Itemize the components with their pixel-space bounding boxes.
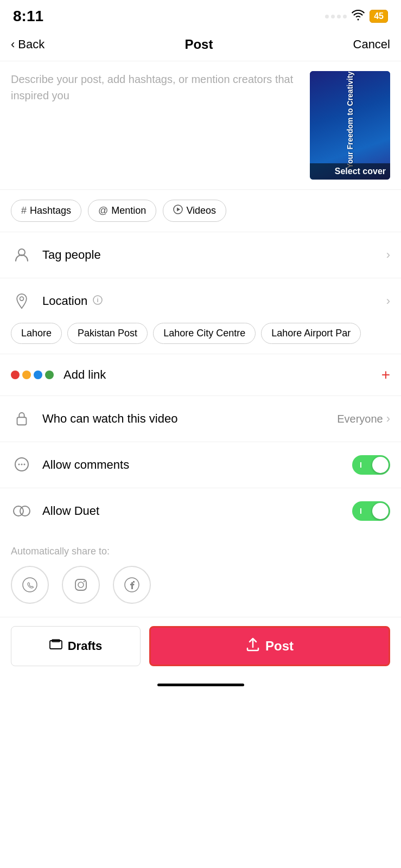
toggle-thumb-duet (372, 503, 389, 519)
svg-point-8 (18, 464, 20, 465)
page-title: Post (184, 37, 213, 52)
location-pin-icon (11, 290, 33, 312)
allow-duet-toggle[interactable]: I (352, 501, 390, 521)
hashtag-icon: # (21, 205, 27, 216)
status-icons: 45 (325, 10, 388, 23)
home-bar (157, 684, 244, 686)
status-time: 8:11 (13, 8, 43, 25)
location-row[interactable]: Location i › (0, 278, 401, 316)
svg-rect-14 (75, 579, 86, 590)
header: ‹ Back Post Cancel (0, 30, 401, 61)
chevron-right-icon: › (386, 248, 390, 262)
home-indicator (0, 677, 401, 691)
chevron-right-icon-location: › (386, 294, 390, 308)
post-label: Post (265, 639, 294, 654)
drafts-icon (49, 639, 62, 653)
tag-people-label: Tag people (42, 248, 386, 262)
svg-rect-6 (17, 417, 27, 425)
tag-buttons-row: # Hashtags @ Mention Videos (0, 190, 401, 232)
location-label: Location i (42, 294, 386, 308)
svg-point-9 (21, 464, 23, 465)
description-placeholder[interactable]: Describe your post, add hashtags, or men… (11, 71, 310, 180)
allow-duet-label: Allow Duet (42, 504, 352, 518)
svg-point-12 (20, 506, 30, 516)
status-bar: 8:11 45 (0, 0, 401, 30)
svg-point-15 (78, 582, 84, 588)
share-icons-row (11, 566, 390, 604)
who-can-watch-row[interactable]: Who can watch this video Everyone › (0, 396, 401, 442)
back-button[interactable]: ‹ Back (11, 37, 44, 52)
mention-icon: @ (98, 205, 108, 216)
post-upload-icon (246, 637, 260, 655)
drafts-button[interactable]: Drafts (11, 626, 141, 666)
mention-button[interactable]: @ Mention (88, 200, 156, 222)
dot-green (45, 371, 54, 379)
location-chip-pakistan-post[interactable]: Pakistan Post (67, 323, 148, 344)
location-chips-row: Lahore Pakistan Post Lahore City Centre … (0, 316, 401, 354)
dot-red (11, 371, 20, 379)
who-can-watch-label: Who can watch this video (42, 412, 337, 426)
person-icon (11, 244, 33, 266)
location-chip-lahore-city-centre[interactable]: Lahore City Centre (153, 323, 256, 344)
dot-blue (34, 371, 42, 379)
svg-text:i: i (97, 297, 99, 303)
dot-yellow (22, 371, 31, 379)
cancel-button[interactable]: Cancel (353, 37, 390, 52)
facebook-share-button[interactable] (113, 566, 151, 604)
videos-button[interactable]: Videos (163, 200, 226, 222)
location-chip-lahore[interactable]: Lahore (11, 323, 62, 344)
hashtags-label: Hashtags (30, 205, 71, 216)
allow-comments-label: Allow comments (42, 458, 352, 472)
add-link-label: Add link (63, 368, 381, 382)
mention-label: Mention (111, 205, 146, 216)
info-icon: i (93, 295, 103, 308)
svg-point-10 (24, 464, 26, 465)
back-label: Back (18, 37, 44, 52)
location-chip-lahore-airport[interactable]: Lahore Airport Par (261, 323, 361, 344)
videos-label: Videos (186, 205, 216, 216)
share-section: Automatically share to: (0, 534, 401, 611)
lock-icon (11, 408, 33, 430)
who-can-watch-value: Everyone (337, 413, 383, 425)
plus-icon: + (381, 366, 390, 384)
svg-point-13 (23, 578, 37, 592)
hashtags-button[interactable]: # Hashtags (11, 200, 81, 222)
svg-point-16 (84, 581, 85, 582)
allow-comments-row: Allow comments I (0, 442, 401, 488)
comment-icon (11, 454, 33, 476)
description-area: Describe your post, add hashtags, or men… (0, 61, 401, 190)
wifi-icon (351, 10, 365, 23)
allow-comments-toggle[interactable]: I (352, 455, 390, 475)
instagram-share-button[interactable] (62, 566, 100, 604)
back-chevron-icon: ‹ (11, 37, 15, 52)
allow-duet-row: Allow Duet I (0, 488, 401, 534)
select-cover-text: Select cover (335, 167, 386, 176)
svg-marker-1 (177, 208, 180, 212)
drafts-label: Drafts (68, 639, 103, 653)
link-dots-icon (11, 371, 54, 379)
select-cover-label[interactable]: Select cover (310, 163, 390, 180)
bottom-bar: Drafts Post (0, 617, 401, 677)
post-button[interactable]: Post (149, 626, 390, 666)
chevron-right-icon-watch: › (386, 412, 390, 426)
toggle-thumb-comments (372, 457, 389, 473)
share-title: Automatically share to: (11, 546, 390, 557)
duet-icon (11, 500, 33, 522)
tag-people-row[interactable]: Tag people › (0, 232, 401, 278)
play-icon (173, 205, 183, 217)
svg-point-3 (20, 297, 23, 301)
signal-dots-icon (325, 15, 347, 18)
add-link-row[interactable]: Add link + (0, 354, 401, 396)
battery-icon: 45 (370, 10, 388, 23)
cover-thumbnail[interactable]: Your Freedom to Creativity Select cover (310, 71, 390, 180)
whatsapp-share-button[interactable] (11, 566, 49, 604)
cover-book-title: Your Freedom to Creativity (346, 72, 354, 169)
